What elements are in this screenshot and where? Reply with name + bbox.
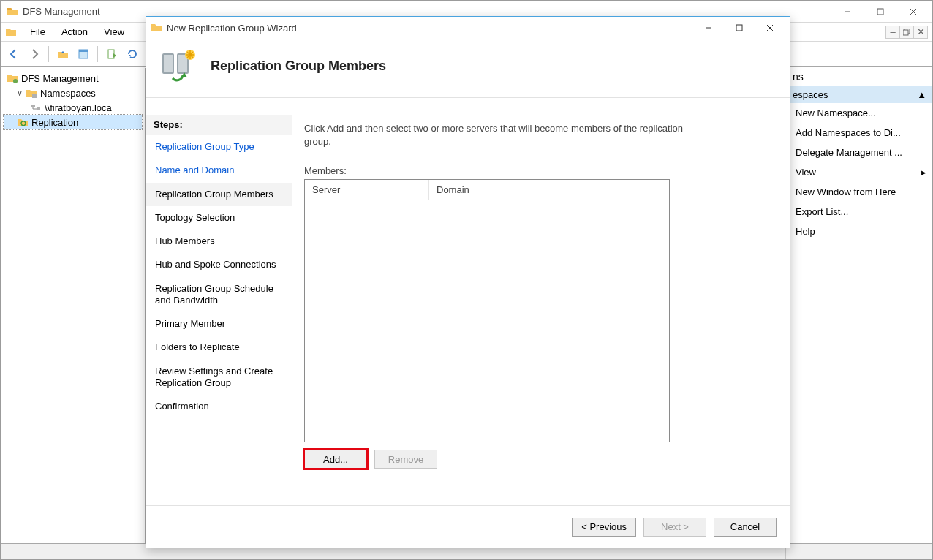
step-review-and-create: Review Settings and Create Replication G… [146, 360, 292, 396]
menu-view[interactable]: View [97, 25, 132, 39]
window-title: DFS Management [23, 6, 100, 17]
svg-point-8 [13, 79, 18, 83]
members-list-header: Server Domain [305, 180, 669, 200]
next-button: Next > [643, 518, 706, 537]
new-replication-group-wizard: New Replication Group Wizard Replication… [146, 16, 790, 548]
nav-back-button[interactable] [5, 45, 23, 63]
step-folders-to-replicate: Folders to Replicate [146, 336, 292, 359]
members-label: Members: [304, 165, 778, 176]
refresh-button[interactable] [124, 45, 141, 63]
doc-window-controls: – ✕ [886, 26, 928, 39]
svg-rect-11 [37, 107, 40, 110]
action-add-namespaces[interactable]: Add Namespaces to Di... [787, 123, 932, 143]
wizard-instruction: Click Add and then select two or more se… [304, 122, 684, 148]
tree-label: \\firatboyan.loca [45, 102, 112, 113]
collapse-icon: ▲ [917, 89, 926, 100]
svg-rect-5 [108, 50, 114, 58]
wizard-maximize-button[interactable] [724, 18, 755, 38]
chevron-right-icon: ▸ [921, 167, 926, 178]
namespace-path-icon [30, 102, 42, 113]
dfs-root-icon [7, 72, 18, 84]
svg-rect-0 [877, 9, 883, 15]
column-server[interactable]: Server [305, 180, 429, 200]
actions-context[interactable]: espaces ▲ [787, 86, 932, 103]
properties-button[interactable] [75, 45, 92, 63]
svg-rect-2 [903, 30, 908, 35]
close-button[interactable] [896, 1, 929, 22]
folder-icon [7, 6, 18, 18]
step-primary-member: Primary Member [146, 312, 292, 336]
wizard-steps-panel: Steps: Replication Group Type Name and D… [146, 112, 292, 502]
svg-rect-12 [736, 25, 742, 31]
replication-icon [17, 116, 29, 128]
namespaces-icon [26, 87, 37, 99]
add-button[interactable]: Add... [304, 450, 367, 469]
step-confirmation: Confirmation [146, 395, 292, 418]
column-domain[interactable]: Domain [429, 180, 669, 200]
replication-group-icon [158, 46, 197, 86]
action-export-list[interactable]: Export List... [787, 202, 932, 222]
menu-action[interactable]: Action [54, 25, 95, 39]
wizard-header: Replication Group Members [146, 39, 790, 98]
tree-label: DFS Management [21, 73, 99, 84]
cancel-button[interactable]: Cancel [714, 518, 777, 537]
action-view[interactable]: View▸ [787, 162, 932, 182]
menu-file[interactable]: File [23, 25, 53, 39]
svg-rect-9 [32, 94, 37, 98]
actions-header: ns [787, 68, 932, 86]
minimize-button[interactable] [831, 1, 864, 22]
wizard-steps-header: Steps: [146, 115, 292, 135]
wizard-title: New Replication Group Wizard [167, 23, 297, 34]
svg-rect-15 [164, 55, 173, 72]
step-hub-and-spoke-connections: Hub and Spoke Connections [146, 253, 292, 276]
svg-rect-10 [31, 105, 35, 107]
wizard-content: Click Add and then select two or more se… [292, 112, 790, 502]
previous-button[interactable]: < Previous [572, 518, 636, 537]
members-list[interactable]: Server Domain [304, 179, 670, 442]
folder-icon [5, 26, 17, 38]
actions-pane: ns espaces ▲ New Namespace... Add Namesp… [786, 68, 932, 543]
step-replication-group-type[interactable]: Replication Group Type [146, 135, 292, 159]
remove-button: Remove [374, 450, 437, 469]
step-topology-selection: Topology Selection [146, 206, 292, 230]
action-delegate-management[interactable]: Delegate Management ... [787, 143, 932, 162]
action-help[interactable]: Help [787, 222, 932, 241]
doc-close-button[interactable]: ✕ [913, 26, 928, 39]
action-new-window[interactable]: New Window from Here [787, 182, 932, 202]
doc-restore-button[interactable] [899, 26, 914, 39]
tree-namespaces[interactable]: ∨ Namespaces [4, 86, 142, 100]
wizard-footer: < Previous Next > Cancel [146, 505, 790, 548]
step-replication-group-members[interactable]: Replication Group Members [146, 183, 292, 206]
tree-label: Replication [31, 117, 78, 128]
step-hub-members: Hub Members [146, 230, 292, 253]
folder-icon [151, 22, 162, 34]
tree-replication[interactable]: Replication [4, 115, 142, 129]
step-schedule-and-bandwidth: Replication Group Schedule and Bandwidth [146, 277, 292, 313]
wizard-close-button[interactable] [755, 18, 785, 38]
doc-minimize-button[interactable]: – [885, 26, 900, 39]
maximize-button[interactable] [864, 1, 896, 22]
wizard-titlebar: New Replication Group Wizard [146, 17, 790, 39]
export-button[interactable] [103, 45, 121, 63]
wizard-minimize-button[interactable] [693, 18, 724, 38]
tree-pane: DFS Management ∨ Namespaces \\firatboyan… [1, 68, 146, 543]
tree-namespace-path[interactable]: \\firatboyan.loca [4, 100, 142, 115]
step-name-and-domain[interactable]: Name and Domain [146, 159, 292, 182]
expand-toggle[interactable]: ∨ [15, 88, 24, 98]
tree-label: Namespaces [40, 88, 96, 99]
wizard-heading: Replication Group Members [211, 58, 386, 74]
up-button[interactable] [54, 45, 72, 63]
tree-root[interactable]: DFS Management [4, 71, 142, 86]
action-new-namespace[interactable]: New Namespace... [787, 103, 932, 123]
nav-forward-button[interactable] [26, 45, 43, 63]
svg-rect-4 [79, 50, 88, 52]
actions-context-label: espaces [793, 89, 828, 100]
